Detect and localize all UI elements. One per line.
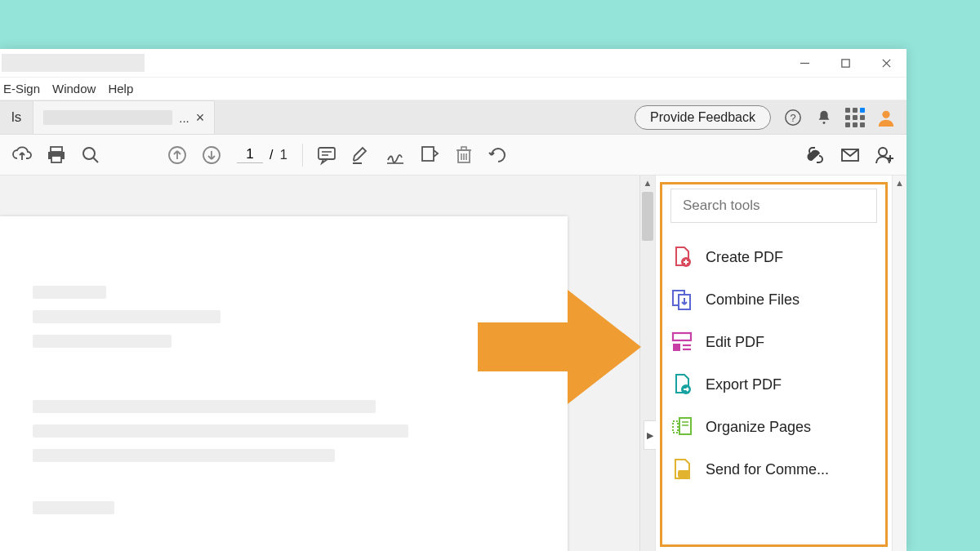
tool-label: Send for Comme... bbox=[706, 461, 829, 478]
minimize-button[interactable] bbox=[784, 49, 825, 78]
tools-panel-scrollbar[interactable]: ▲ bbox=[892, 176, 906, 551]
delete-icon[interactable] bbox=[448, 140, 479, 171]
tool-label: Export PDF bbox=[706, 376, 782, 393]
highlight-icon[interactable] bbox=[345, 140, 376, 171]
tools-list: Create PDF Combine Files Edit PDF Export… bbox=[656, 234, 892, 492]
svg-line-12 bbox=[93, 158, 98, 162]
organize-pages-icon bbox=[670, 415, 693, 438]
tool-edit-pdf[interactable]: Edit PDF bbox=[667, 321, 880, 363]
current-page-input[interactable] bbox=[237, 146, 263, 163]
tab-close-button[interactable]: × bbox=[196, 109, 205, 127]
scroll-thumb[interactable] bbox=[642, 192, 653, 241]
menu-help[interactable]: Help bbox=[108, 82, 133, 96]
tab-document-name-placeholder bbox=[43, 110, 172, 125]
notifications-icon[interactable] bbox=[815, 109, 833, 127]
export-pdf-icon bbox=[670, 373, 693, 396]
svg-rect-45 bbox=[678, 470, 689, 478]
app-window: E-Sign Window Help ls ... × Provide Feed… bbox=[0, 49, 906, 551]
send-comments-icon bbox=[670, 458, 693, 481]
tab-document-ellipsis: ... bbox=[179, 111, 189, 125]
zoom-icon[interactable] bbox=[75, 140, 106, 171]
tool-organize-pages[interactable]: Organize Pages bbox=[667, 406, 880, 448]
scroll-up-icon[interactable]: ▲ bbox=[893, 176, 906, 190]
tab-strip: ls ... × Provide Feedback ? bbox=[0, 100, 906, 135]
save-cloud-icon[interactable] bbox=[7, 140, 38, 171]
rotate-icon[interactable] bbox=[483, 140, 514, 171]
toolbar: / 1 bbox=[0, 135, 906, 176]
provide-feedback-button[interactable]: Provide Feedback bbox=[635, 105, 771, 130]
tool-label: Edit PDF bbox=[706, 334, 764, 351]
document-scrollbar[interactable]: ▲ bbox=[639, 176, 655, 551]
document-viewport[interactable] bbox=[0, 176, 639, 551]
tool-combine-files[interactable]: Combine Files bbox=[667, 278, 880, 321]
total-pages: 1 bbox=[279, 147, 287, 163]
account-avatar-icon[interactable] bbox=[877, 109, 895, 127]
tools-panel: ▶ Create PDF Combine Files Edit PDF bbox=[655, 176, 892, 551]
document-page bbox=[0, 216, 568, 551]
title-placeholder bbox=[2, 54, 145, 72]
svg-rect-15 bbox=[318, 148, 335, 159]
titlebar bbox=[0, 49, 906, 78]
stamp-icon[interactable] bbox=[414, 140, 445, 171]
apps-grid-icon[interactable] bbox=[846, 109, 864, 127]
content-region: ▲ ▶ Create PDF Combine Files bbox=[0, 176, 906, 551]
panel-collapse-button[interactable]: ▶ bbox=[644, 420, 656, 450]
window-controls bbox=[784, 49, 906, 78]
link-cloud-icon[interactable] bbox=[800, 140, 831, 171]
menubar: E-Sign Window Help bbox=[0, 78, 906, 100]
svg-rect-36 bbox=[673, 333, 691, 340]
share-person-icon[interactable] bbox=[869, 140, 900, 171]
combine-files-icon bbox=[670, 288, 693, 311]
svg-rect-1 bbox=[841, 59, 849, 66]
tool-export-pdf[interactable]: Export PDF bbox=[667, 363, 880, 406]
tab-home-label-fragment: ls bbox=[11, 109, 21, 126]
svg-point-6 bbox=[823, 121, 826, 123]
maximize-button[interactable] bbox=[825, 49, 866, 78]
menu-esign[interactable]: E-Sign bbox=[3, 82, 40, 96]
svg-rect-44 bbox=[673, 421, 678, 433]
menu-window[interactable]: Window bbox=[52, 82, 96, 96]
scroll-up-icon[interactable]: ▲ bbox=[640, 176, 655, 190]
page-down-icon[interactable] bbox=[196, 140, 227, 171]
svg-rect-26 bbox=[461, 147, 466, 150]
tool-label: Combine Files bbox=[706, 291, 800, 309]
svg-point-28 bbox=[879, 148, 887, 156]
edit-pdf-icon bbox=[670, 331, 693, 353]
svg-rect-8 bbox=[51, 147, 62, 152]
svg-text:?: ? bbox=[790, 111, 795, 123]
svg-rect-10 bbox=[51, 156, 61, 162]
print-icon[interactable] bbox=[41, 140, 72, 171]
svg-point-11 bbox=[83, 148, 95, 159]
tool-label: Organize Pages bbox=[706, 419, 811, 436]
close-window-button[interactable] bbox=[866, 49, 906, 78]
sign-icon[interactable] bbox=[380, 140, 411, 171]
svg-rect-41 bbox=[679, 418, 691, 434]
tab-document[interactable]: ... × bbox=[33, 100, 215, 134]
svg-rect-20 bbox=[422, 147, 434, 161]
comment-icon[interactable] bbox=[311, 140, 342, 171]
email-icon[interactable] bbox=[835, 140, 866, 171]
page-separator: / bbox=[270, 148, 273, 162]
svg-point-7 bbox=[882, 110, 889, 118]
tool-send-for-comments[interactable]: Send for Comme... bbox=[667, 448, 880, 491]
page-indicator: / 1 bbox=[237, 146, 287, 163]
tools-search-input[interactable] bbox=[683, 198, 865, 214]
tool-label: Create PDF bbox=[706, 249, 783, 266]
tools-search[interactable] bbox=[670, 189, 877, 223]
help-icon[interactable]: ? bbox=[784, 109, 802, 127]
create-pdf-icon bbox=[670, 246, 693, 269]
page-up-icon[interactable] bbox=[162, 140, 193, 171]
tab-home-tools[interactable]: ls bbox=[0, 100, 33, 134]
tool-create-pdf[interactable]: Create PDF bbox=[667, 236, 880, 278]
svg-rect-37 bbox=[673, 344, 680, 351]
